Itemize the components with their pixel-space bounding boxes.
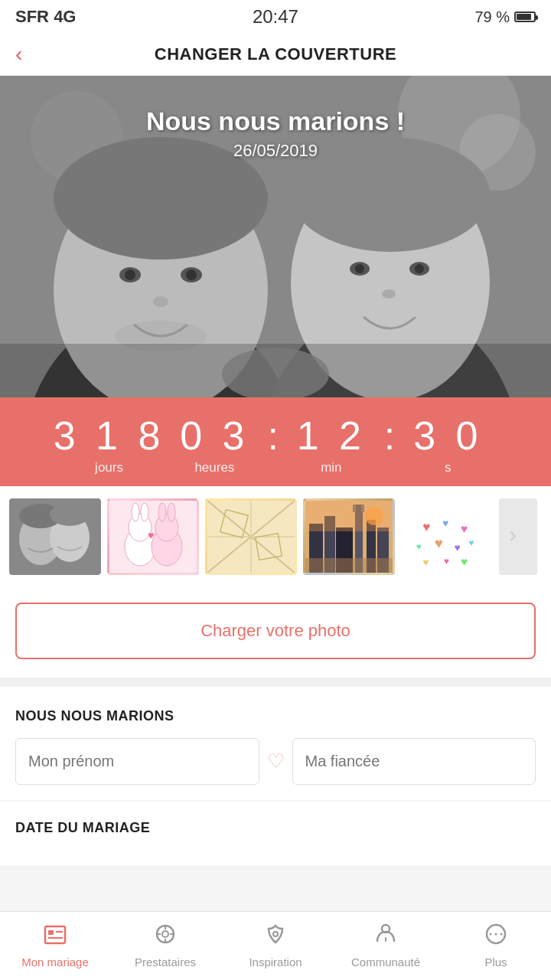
svg-point-76	[162, 931, 168, 937]
plus-icon	[483, 921, 509, 952]
svg-text:♥: ♥	[442, 518, 448, 529]
svg-rect-57	[305, 558, 393, 573]
svg-point-11	[153, 296, 168, 307]
nav-label-communaute: Communauté	[351, 956, 420, 969]
countdown-minutes-value: 1 2	[297, 413, 366, 459]
svg-point-86	[500, 933, 503, 935]
communaute-icon	[373, 921, 399, 952]
thumbnail-3[interactable]	[205, 498, 297, 575]
names-section-title: NOUS NOUS MARIONS	[15, 708, 536, 724]
svg-point-19	[415, 264, 424, 273]
svg-text:♥: ♥	[422, 519, 430, 534]
svg-text:♥: ♥	[422, 557, 429, 568]
battery-info: 79 %	[474, 8, 536, 26]
nav-label-plus: Plus	[484, 956, 507, 969]
svg-point-84	[490, 933, 492, 935]
svg-point-20	[382, 289, 396, 299]
svg-point-85	[495, 933, 497, 935]
svg-point-56	[365, 507, 383, 525]
countdown-days: 3 1 8 jours	[54, 413, 165, 475]
countdown-days-label: jours	[95, 460, 123, 475]
thumbnail-1[interactable]	[9, 498, 101, 575]
section-separator	[0, 678, 551, 687]
fiancee-input[interactable]	[292, 738, 536, 785]
date-section-title: DATE DU MARIAGE	[15, 820, 536, 836]
svg-text:♥: ♥	[461, 522, 468, 535]
svg-point-81	[273, 932, 278, 936]
nav-label-inspiration: Inspiration	[249, 956, 302, 969]
svg-text:♥: ♥	[148, 529, 154, 541]
countdown-hours-label: heures	[194, 460, 234, 475]
page-title: CHANGER LA COUVERTURE	[155, 44, 396, 64]
back-button[interactable]: ‹	[15, 42, 22, 67]
carrier-network: SFR 4G	[15, 7, 76, 27]
svg-text:♥: ♥	[468, 537, 474, 548]
thumbnail-2[interactable]: ♥	[107, 498, 199, 575]
svg-point-32	[141, 503, 148, 521]
prestataires-icon	[152, 921, 178, 952]
nav-item-plus[interactable]: Plus	[450, 921, 542, 969]
cover-date: 26/05/2019	[0, 141, 551, 161]
first-name-input[interactable]	[15, 738, 259, 785]
svg-text:♥: ♥	[435, 535, 443, 551]
thumbnail-4[interactable]	[303, 498, 395, 575]
cover-title: Nous nous marions !	[0, 106, 551, 136]
upload-section: Charger votre photo	[0, 587, 551, 678]
svg-point-36	[168, 503, 175, 521]
thumbnail-6[interactable]: ›	[499, 498, 537, 575]
page-header: ‹ CHANGER LA COUVERTURE	[0, 34, 551, 76]
date-section: DATE DU MARIAGE	[0, 802, 551, 865]
countdown-sep1: :	[264, 413, 281, 459]
nav-item-prestataires[interactable]: Prestataires	[119, 921, 211, 969]
countdown-bar: 3 1 8 jours 0 3 heures : 1 2 min : 3 0 s	[0, 397, 551, 486]
countdown-sep2: :	[381, 413, 398, 459]
inspiration-icon	[262, 921, 289, 952]
thumbnail-5[interactable]: ♥ ♥ ♥ ♥ ♥ ♥ ♥ ♥ ♥ ♥	[401, 498, 493, 575]
nav-label-prestataires: Prestataires	[135, 956, 196, 969]
svg-rect-69	[501, 501, 537, 573]
nav-item-communaute[interactable]: Communauté	[340, 921, 432, 969]
svg-text:♥: ♥	[454, 542, 460, 554]
bottom-navigation: Mon mariage Prestataires Inspiration	[0, 911, 551, 980]
countdown-minutes: 1 2 min	[282, 413, 381, 475]
svg-text:♥: ♥	[461, 555, 468, 568]
countdown-seconds-value: 3 0	[413, 413, 482, 459]
upload-button[interactable]: Charger votre photo	[15, 603, 536, 659]
heart-divider-icon: ♡	[267, 750, 285, 773]
cover-overlay: Nous nous marions ! 26/05/2019	[0, 106, 551, 161]
nav-item-inspiration[interactable]: Inspiration	[230, 921, 321, 969]
thumbnail-strip: ♥	[0, 486, 551, 587]
names-form-section: NOUS NOUS MARIONS ♡	[0, 687, 551, 800]
mon-mariage-icon	[42, 921, 68, 952]
svg-point-31	[132, 503, 139, 521]
status-bar: SFR 4G 20:47 79 %	[0, 0, 551, 34]
svg-rect-22	[0, 344, 551, 397]
svg-point-8	[125, 270, 135, 280]
nav-label-mon-mariage: Mon mariage	[21, 956, 89, 969]
names-row: ♡	[15, 738, 536, 785]
nav-item-mon-mariage[interactable]: Mon mariage	[9, 921, 101, 969]
svg-text:♥: ♥	[444, 556, 449, 567]
countdown-seconds: 3 0 s	[398, 413, 497, 475]
countdown-minutes-label: min	[321, 460, 341, 475]
svg-point-35	[158, 503, 166, 521]
svg-point-10	[186, 270, 197, 280]
svg-rect-72	[48, 930, 54, 935]
svg-rect-71	[45, 926, 65, 943]
svg-point-27	[50, 503, 90, 526]
battery-icon	[514, 11, 536, 22]
cover-image: Nous nous marions ! 26/05/2019	[0, 76, 551, 397]
svg-text:♥: ♥	[416, 541, 422, 552]
svg-text:›: ›	[509, 521, 517, 547]
countdown-seconds-label: s	[445, 460, 452, 475]
countdown-hours-value: 0 3	[180, 413, 249, 459]
svg-point-34	[155, 514, 178, 541]
countdown-hours: 0 3 heures	[165, 413, 264, 475]
status-time: 20:47	[253, 6, 298, 28]
svg-point-17	[355, 264, 364, 273]
countdown-days-value: 3 1 8	[54, 413, 165, 459]
